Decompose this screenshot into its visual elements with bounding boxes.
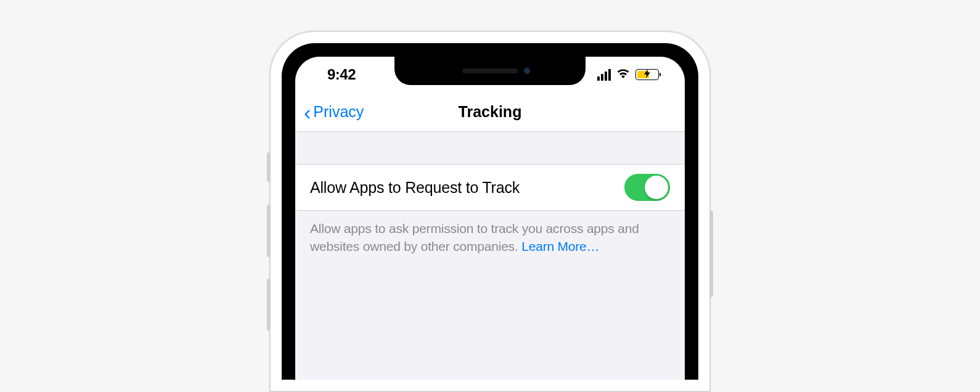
front-camera	[524, 68, 530, 74]
toggle-knob	[645, 176, 668, 199]
status-time: 9:42	[327, 66, 356, 83]
tracking-setting-row: Allow Apps to Request to Track	[295, 164, 685, 211]
tracking-toggle[interactable]	[624, 174, 670, 201]
power-button	[709, 211, 713, 297]
wifi-icon	[616, 68, 631, 81]
status-icons	[597, 68, 659, 81]
speaker	[462, 68, 518, 73]
volume-up-button	[267, 205, 271, 257]
battery-icon	[635, 69, 659, 80]
learn-more-link[interactable]: Learn More…	[521, 239, 599, 253]
setting-label: Allow Apps to Request to Track	[310, 179, 520, 197]
volume-down-button	[267, 279, 271, 331]
back-button[interactable]: ‹ Privacy	[304, 102, 364, 123]
navigation-bar: ‹ Privacy Tracking	[295, 92, 685, 132]
mute-switch	[267, 152, 271, 182]
cellular-signal-icon	[597, 69, 611, 81]
screen: 9:42	[295, 57, 685, 380]
footer-description: Allow apps to ask permission to track yo…	[295, 211, 685, 264]
back-label: Privacy	[313, 103, 364, 121]
phone-frame: 9:42	[271, 32, 709, 391]
charging-bolt-icon	[644, 70, 650, 80]
phone-bezel: 9:42	[282, 43, 698, 380]
page-title: Tracking	[459, 103, 522, 121]
notch	[394, 57, 586, 85]
chevron-left-icon: ‹	[304, 102, 311, 123]
